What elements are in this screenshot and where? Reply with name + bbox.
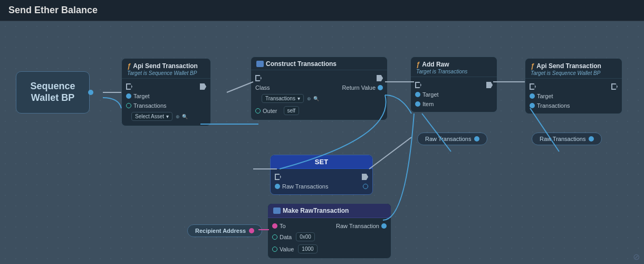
construct-search-icon[interactable]: 🔍 xyxy=(313,96,319,101)
api1-target-row: Target xyxy=(122,91,210,101)
api1-target-label: Target xyxy=(133,93,150,99)
make-to-label: To xyxy=(280,223,286,229)
make-value-field[interactable]: 1000 xyxy=(298,244,317,253)
api1-search-icon[interactable]: 🔍 xyxy=(182,114,188,119)
construct-icon xyxy=(256,61,264,67)
make-raw-title: Make RawTransaction xyxy=(283,207,349,214)
make-to-pin xyxy=(272,223,277,229)
api-send-transaction-1-title: Api Send Transaction xyxy=(133,62,198,70)
add-raw-title: Add Raw xyxy=(422,61,449,68)
set-rawtx-pin-out xyxy=(363,184,368,189)
api-send-transaction-1-subtitle: Target is Sequence Wallet BP xyxy=(127,70,205,76)
set-exec-out xyxy=(362,174,368,180)
add-raw-exec-row xyxy=(411,80,497,90)
api-send-transaction-2-title: Api Send Transaction xyxy=(536,62,601,70)
api2-target-row: Target xyxy=(525,91,622,101)
make-data-label: Data xyxy=(280,234,292,240)
construct-class-label: Class xyxy=(255,84,270,91)
construct-transactions-title: Construct Transactions xyxy=(266,60,337,68)
api1-add-icon[interactable]: ⊕ xyxy=(176,114,180,119)
raw-transactions-2-label: Raw Transactions xyxy=(540,136,585,142)
make-data-field[interactable]: 0x00 xyxy=(296,232,315,241)
corner-decoration: ⊘ xyxy=(633,252,640,262)
make-value-row: Value 1000 xyxy=(268,243,391,255)
construct-exec-row xyxy=(251,73,387,83)
api1-target-pin xyxy=(126,93,131,99)
make-raw-header: Make RawTransaction xyxy=(268,204,391,218)
construct-outer-label: Outer xyxy=(263,108,277,114)
add-raw-target-label: Target xyxy=(422,91,439,98)
make-raw-transaction-node: Make RawTransaction To Raw Transaction D… xyxy=(267,203,391,259)
construct-transactions-dropdown[interactable]: Transactions ▾ xyxy=(262,94,304,103)
make-value-pin xyxy=(272,247,277,252)
raw-transactions-1-label: Raw Transactions xyxy=(425,136,471,142)
construct-transactions-node: Construct Transactions Class Return Valu… xyxy=(251,56,388,120)
api2-exec-in xyxy=(530,83,536,90)
add-raw-exec-in xyxy=(415,82,421,88)
add-raw-target-row: Target xyxy=(411,90,497,99)
api1-exec-out xyxy=(200,83,206,90)
api1-select-row: Select Asset ▾ ⊕ 🔍 xyxy=(122,110,210,122)
add-raw-header: ƒ Add Raw Target is Transactions xyxy=(411,57,497,77)
raw-transactions-bubble-1: Raw Transactions xyxy=(417,133,487,145)
add-raw-node: ƒ Add Raw Target is Transactions Target … xyxy=(410,56,497,112)
make-data-pin xyxy=(272,234,277,240)
api2-exec-out xyxy=(611,83,618,90)
construct-self-field[interactable]: self xyxy=(284,106,300,115)
set-exec-row xyxy=(271,172,372,182)
page-title: Send Ether Balance xyxy=(8,5,98,16)
api-send-transaction-2-header: ƒ Api Send Transaction Target is Sequenc… xyxy=(525,59,622,79)
sequence-wallet-label: SequenceWallet BP xyxy=(30,81,75,103)
api-send-transaction-1-header: ƒ Api Send Transaction Target is Sequenc… xyxy=(122,59,210,79)
api1-exec-row xyxy=(122,82,210,91)
construct-return-pin xyxy=(378,85,383,90)
api1-select-label: Select Asset xyxy=(135,114,164,119)
construct-exec-in xyxy=(255,75,262,81)
recipient-address-bubble: Recipient Address xyxy=(187,224,262,237)
api1-transactions-label: Transactions xyxy=(133,102,167,109)
add-raw-target-pin xyxy=(415,92,420,97)
api2-exec-row xyxy=(525,82,622,91)
dropdown-arrow: ▾ xyxy=(166,114,169,119)
api1-transactions-pin xyxy=(126,103,131,108)
add-raw-subtitle: Target is Transactions xyxy=(416,69,492,74)
raw-transactions-bubble-2: Raw Transactions xyxy=(532,133,602,145)
canvas: SequenceWallet BP ƒ Api Send Transaction… xyxy=(0,21,644,264)
add-raw-exec-out xyxy=(486,82,493,88)
set-exec-in xyxy=(275,174,281,180)
api2-target-pin xyxy=(530,93,535,99)
set-rawtx-label: Raw Transactions xyxy=(282,183,328,190)
func-icon-1: ƒ xyxy=(127,62,131,70)
api2-transactions-pin xyxy=(530,103,535,108)
construct-exec-out xyxy=(377,75,383,81)
make-to-row: To Raw Transaction xyxy=(268,221,391,231)
api-send-transaction-2-node: ƒ Api Send Transaction Target is Sequenc… xyxy=(525,58,622,114)
construct-transactions-row: Transactions ▾ ⊕ 🔍 xyxy=(251,92,387,105)
func-icon-3: ƒ xyxy=(531,62,534,70)
recipient-address-pin xyxy=(249,228,254,233)
recipient-address-label: Recipient Address xyxy=(195,228,246,234)
api1-select-dropdown[interactable]: Select Asset ▾ xyxy=(131,112,172,121)
api2-transactions-label: Transactions xyxy=(537,102,570,109)
api2-transactions-row: Transactions xyxy=(525,101,622,110)
set-rawtx-row: Raw Transactions xyxy=(271,182,372,191)
raw-transactions-1-pin xyxy=(474,136,479,142)
construct-return-label: Return Value xyxy=(342,84,376,91)
set-header: SET xyxy=(271,155,372,169)
construct-outer-row: Outer self xyxy=(251,105,387,117)
set-rawtx-pin-in xyxy=(275,184,280,189)
sequence-wallet-output-pin xyxy=(88,90,93,95)
sequence-wallet-node: SequenceWallet BP xyxy=(16,71,90,114)
make-data-row: Data 0x00 xyxy=(268,231,391,243)
api1-exec-in xyxy=(126,83,132,90)
api2-target-label: Target xyxy=(537,93,553,99)
construct-class-row: Class Return Value xyxy=(251,83,387,92)
func-icon-2: ƒ xyxy=(416,60,420,68)
construct-add-icon[interactable]: ⊕ xyxy=(307,96,311,101)
make-rawtx-pin xyxy=(381,223,387,229)
make-value-label: Value xyxy=(280,246,294,252)
dropdown-arrow2: ▾ xyxy=(297,96,300,101)
add-raw-item-row: Item xyxy=(411,99,497,109)
set-title: SET xyxy=(315,158,328,166)
make-rawtx-label: Raw Transaction xyxy=(336,223,379,229)
